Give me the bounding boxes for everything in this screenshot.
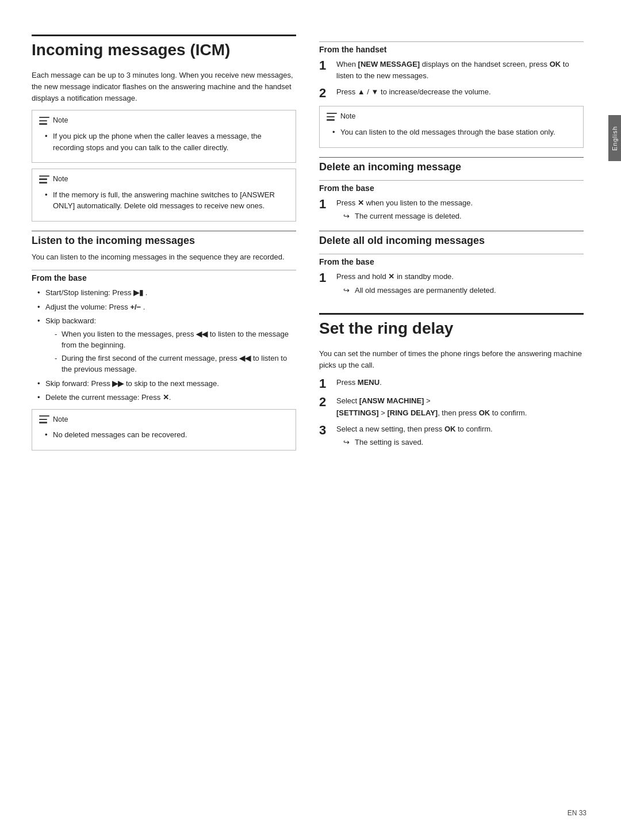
note-label-handset: Note: [340, 111, 355, 122]
bullet-skip-backward: Skip backward: When you listen to the me…: [37, 315, 296, 375]
ring-step-3: 3 Select a new setting, then press OK to…: [319, 423, 584, 448]
from-base-title-1: From the base: [32, 270, 296, 282]
bullet-start-stop: Start/Stop listening: Press ▶▮ .: [37, 287, 296, 299]
note-icon-2: [39, 175, 49, 184]
page-footer: EN 33: [568, 809, 586, 817]
note-label-2: Note: [53, 174, 68, 185]
arrow-icon-delete-all: ↪: [343, 285, 351, 296]
bullet-delete: Delete the current message: Press ✕.: [37, 392, 296, 403]
bullet-list-1: Start/Stop listening: Press ▶▮ . Adjust …: [32, 287, 296, 403]
left-column: Incoming messages (ICM) Each message can…: [32, 35, 296, 805]
language-tab: English: [608, 115, 621, 161]
intro-text: Each message can be up to 3 minutes long…: [32, 70, 296, 104]
arrow-icon-ring: ↪: [343, 437, 351, 448]
note-icon-handset: [327, 113, 337, 121]
delete-all-step-1-num: 1: [319, 271, 331, 296]
handset-step-1-num: 1: [319, 59, 331, 82]
note-handset-bullet: You can listen to the old messages throu…: [332, 127, 576, 138]
note2-bullet: If the memory is full, the answering mac…: [45, 189, 289, 212]
note-box-3: Note No deleted messages can be recovere…: [32, 409, 296, 450]
ring-step-1-num: 1: [319, 377, 331, 391]
delete-from-base-title: From the base: [319, 180, 584, 193]
handset-step-2-num: 2: [319, 86, 331, 100]
arrow-icon-delete: ↪: [343, 211, 351, 222]
delete-step-1: 1 Press ✕ when you listen to the message…: [319, 197, 584, 222]
right-column: From the handset 1 When [NEW MESSAGE] di…: [319, 35, 584, 805]
ring-step-1: 1 Press MENU.: [319, 377, 584, 391]
note1-bullet: If you pick up the phone when the caller…: [45, 131, 289, 153]
delete-all-base-title: From the base: [319, 254, 584, 266]
from-handset-title: From the handset: [319, 41, 584, 54]
note-box-1: Note If you pick up the phone when the c…: [32, 110, 296, 163]
note-label-3: Note: [53, 414, 68, 425]
delete-arrow-text: The current message is deleted.: [355, 211, 462, 222]
listen-intro: You can listen to the incoming messages …: [32, 251, 296, 263]
bullet-skip-forward: Skip forward: Press ▶▶ to skip to the ne…: [37, 378, 296, 390]
note-icon-1: [39, 117, 49, 125]
delete-all-steps-list: 1 Press and hold ✕ in standby mode. ↪ Al…: [319, 271, 584, 296]
delete-all-title: Delete all old incoming messages: [319, 231, 584, 247]
skip-backward-sub1: When you listen to the messages, press ◀…: [55, 329, 296, 351]
delete-all-step-1: 1 Press and hold ✕ in standby mode. ↪ Al…: [319, 271, 584, 296]
bullet-volume: Adjust the volume: Press +/− .: [37, 301, 296, 313]
note-box-handset: Note You can listen to the old messages …: [319, 106, 584, 147]
listen-section-title: Listen to the incoming messages: [32, 231, 296, 247]
note-icon-3: [39, 415, 49, 423]
note-label-1: Note: [53, 115, 68, 126]
delete-incoming-title: Delete an incoming message: [319, 157, 584, 173]
ring-step-3-num: 3: [319, 423, 331, 448]
ring-arrow-text: The setting is saved.: [355, 437, 423, 448]
ring-delay-title: Set the ring delay: [319, 313, 584, 338]
handset-step-1: 1 When [NEW MESSAGE] displays on the han…: [319, 59, 584, 82]
ring-delay-intro: You can set the number of times the phon…: [319, 348, 584, 371]
handset-steps-list: 1 When [NEW MESSAGE] displays on the han…: [319, 59, 584, 100]
delete-step-1-num: 1: [319, 197, 331, 222]
main-title: Incoming messages (ICM): [32, 35, 296, 59]
delete-steps-list: 1 Press ✕ when you listen to the message…: [319, 197, 584, 222]
ring-step-2-num: 2: [319, 395, 331, 418]
skip-backward-sub2: During the first second of the current m…: [55, 353, 296, 375]
ring-steps-list: 1 Press MENU. 2 Select [ANSW MACHINE] > …: [319, 377, 584, 448]
note3-bullet: No deleted messages can be recovered.: [45, 429, 289, 441]
ring-step-2: 2 Select [ANSW MACHINE] > [SETTINGS] > […: [319, 395, 584, 418]
handset-step-2: 2 Press ▲ / ▼ to increase/decrease the v…: [319, 86, 584, 100]
note-box-2: Note If the memory is full, the answerin…: [32, 169, 296, 222]
delete-all-arrow-text: All old messages are permanently deleted…: [355, 285, 496, 296]
